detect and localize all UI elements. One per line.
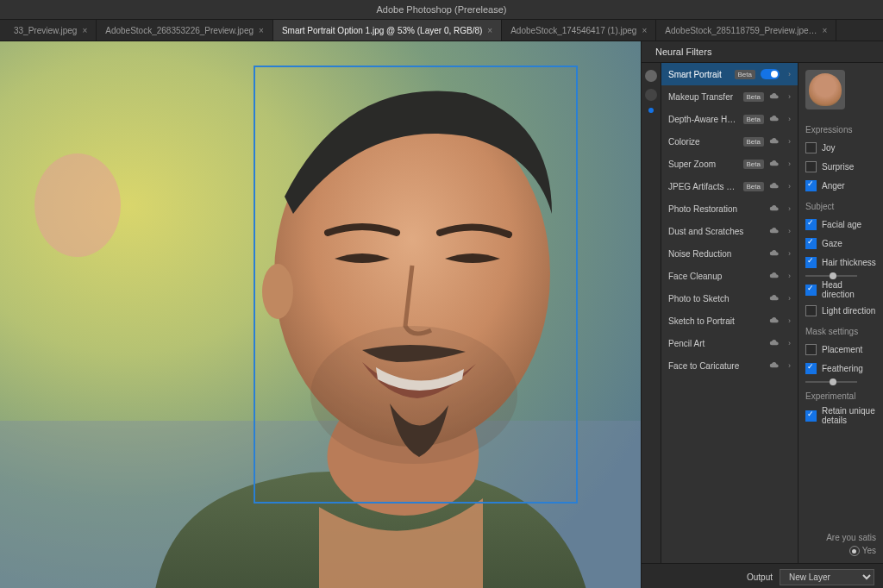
close-icon[interactable]: × <box>642 26 647 35</box>
close-icon[interactable]: × <box>259 26 264 35</box>
wait-list-icon[interactable] <box>645 89 657 101</box>
label-anger: Anger <box>822 181 845 191</box>
output-select[interactable]: New Layer <box>780 569 874 585</box>
filter-jpeg-artifacts[interactable]: JPEG Artifacts Re… Beta › <box>661 175 798 197</box>
filter-photo-restoration[interactable]: Photo Restoration › <box>661 197 798 220</box>
document-tab[interactable]: AdobeStock_268353226_Preview.jpeg× <box>97 20 273 41</box>
checkbox-light-direction[interactable] <box>805 305 817 316</box>
slider-hair-thickness[interactable] <box>805 275 857 277</box>
filter-label: Face to Caricature <box>668 361 764 371</box>
document-tab-bar: 33_Preview.jpeg× AdobeStock_268353226_Pr… <box>0 19 883 41</box>
filter-photo-to-sketch[interactable]: Photo to Sketch › <box>661 287 798 310</box>
close-icon[interactable]: × <box>823 26 828 35</box>
cloud-download-icon <box>769 249 780 258</box>
label-hair-thickness: Hair thickness <box>822 258 876 267</box>
filter-label: Smart Portrait <box>668 70 730 79</box>
cloud-download-icon <box>769 160 780 168</box>
label-retain-details: Retain unique details <box>822 406 876 425</box>
filter-face-to-caricature[interactable]: Face to Caricature › <box>661 354 798 377</box>
chevron-right-icon: › <box>788 92 791 101</box>
checkbox-feathering[interactable] <box>805 363 817 374</box>
toggle-switch[interactable] <box>761 69 780 79</box>
chevron-right-icon: › <box>788 160 791 168</box>
slider-feathering[interactable] <box>805 381 857 383</box>
filter-controls: Expressions Joy Surprise Anger Subject F… <box>798 63 883 563</box>
filter-noise-reduction[interactable]: Noise Reduction › <box>661 242 798 265</box>
cloud-download-icon <box>769 316 780 325</box>
section-mask-settings: Mask settings <box>805 327 876 336</box>
filter-dust-and-scratches[interactable]: Dust and Scratches › <box>661 220 798 242</box>
checkbox-head-direction[interactable] <box>805 285 817 296</box>
canvas[interactable] <box>0 41 641 588</box>
chevron-right-icon: › <box>788 272 791 280</box>
cloud-download-icon <box>769 227 780 235</box>
checkbox-retain-details[interactable] <box>805 410 817 422</box>
filter-label: Pencil Art <box>668 339 764 348</box>
svg-point-4 <box>262 264 293 319</box>
document-tab[interactable]: 33_Preview.jpeg× <box>5 20 97 41</box>
document-tab-active[interactable]: Smart Portrait Option 1.jpg @ 53% (Layer… <box>273 20 502 41</box>
checkbox-joy[interactable] <box>805 142 817 153</box>
filter-category-strip <box>642 63 661 563</box>
tab-label: 33_Preview.jpeg <box>14 26 77 35</box>
label-light-direction: Light direction <box>822 306 875 316</box>
chevron-right-icon: › <box>788 204 791 213</box>
cloud-download-icon <box>769 339 780 347</box>
close-icon[interactable]: × <box>487 26 492 35</box>
beta-badge: Beta <box>743 115 764 124</box>
tab-label: AdobeStock_268353226_Preview.jpeg <box>105 26 254 35</box>
cloud-download-icon <box>769 182 780 191</box>
chevron-right-icon: › <box>788 70 791 78</box>
label-facial-age: Facial age <box>822 220 861 229</box>
cloud-download-icon <box>769 361 780 370</box>
label-gaze: Gaze <box>822 239 842 248</box>
checkbox-hair-thickness[interactable] <box>805 257 817 268</box>
filter-makeup-transfer[interactable]: Makeup Transfer Beta › <box>661 85 798 108</box>
satisfaction-text: Are you satis <box>805 533 876 542</box>
checkbox-surprise[interactable] <box>805 161 817 172</box>
tab-label: AdobeStock_285118759_Preview.jpe… <box>665 26 817 35</box>
filter-depth-aware-haze[interactable]: Depth-Aware Haze Beta › <box>661 108 798 130</box>
filter-face-cleanup[interactable]: Face Cleanup › <box>661 265 798 287</box>
svg-point-1 <box>34 153 121 257</box>
face-thumbnail[interactable] <box>805 70 845 109</box>
filter-colorize[interactable]: Colorize Beta › <box>661 130 798 153</box>
label-head-direction: Head direction <box>822 280 876 299</box>
cloud-download-icon <box>769 137 780 146</box>
checkbox-placement[interactable] <box>805 344 817 355</box>
chevron-right-icon: › <box>788 294 791 303</box>
radio-yes[interactable] <box>849 546 860 556</box>
beta-badge: Beta <box>735 70 755 79</box>
label-feathering: Feathering <box>822 364 863 373</box>
cloud-download-icon <box>769 294 780 303</box>
svg-point-5 <box>310 326 517 464</box>
label-surprise: Surprise <box>822 162 854 172</box>
chevron-right-icon: › <box>788 115 791 123</box>
all-filters-icon[interactable] <box>645 70 657 82</box>
filter-super-zoom[interactable]: Super Zoom Beta › <box>661 153 798 175</box>
document-tab[interactable]: AdobeStock_174546417 (1).jpeg× <box>502 20 656 41</box>
filter-smart-portrait[interactable]: Smart Portrait Beta › <box>661 63 798 85</box>
chevron-right-icon: › <box>788 361 791 370</box>
label-joy: Joy <box>822 143 836 153</box>
filter-label: Noise Reduction <box>668 249 764 259</box>
filter-label: JPEG Artifacts Re… <box>668 182 738 191</box>
panel-tab-bar: Neural Filters <box>642 41 883 63</box>
beta-badge: Beta <box>743 137 764 147</box>
chevron-right-icon: › <box>788 182 791 191</box>
checkbox-gaze[interactable] <box>805 238 817 249</box>
beta-badge: Beta <box>743 92 764 102</box>
filter-sketch-to-portrait[interactable]: Sketch to Portrait › <box>661 310 798 332</box>
cloud-download-icon <box>769 204 780 213</box>
checkbox-facial-age[interactable] <box>805 219 817 230</box>
panel-footer: Output New Layer <box>642 563 883 588</box>
close-icon[interactable]: × <box>82 26 87 35</box>
chevron-right-icon: › <box>788 316 791 325</box>
filter-label: Colorize <box>668 137 738 147</box>
chevron-right-icon: › <box>788 249 791 258</box>
checkbox-anger[interactable] <box>805 180 817 191</box>
label-yes: Yes <box>862 546 876 555</box>
filter-pencil-art[interactable]: Pencil Art › <box>661 332 798 354</box>
filter-label: Depth-Aware Haze <box>668 115 738 124</box>
document-tab[interactable]: AdobeStock_285118759_Preview.jpe…× <box>656 20 836 41</box>
